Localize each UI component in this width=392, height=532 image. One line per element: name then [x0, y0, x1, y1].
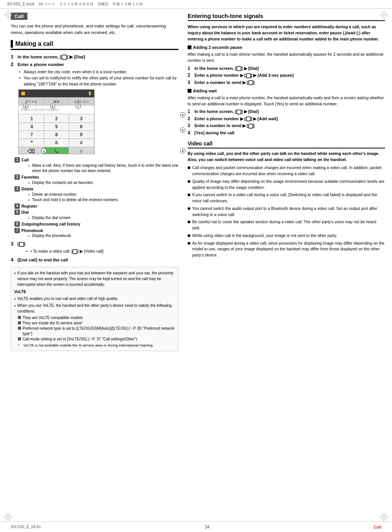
- legend-item-5: 5 Dial Display the dial screen.: [14, 210, 178, 221]
- r-step1-2sec-text: In the home screen, [] ▶ [Dial]: [194, 66, 259, 71]
- key-2: 2: [44, 115, 69, 123]
- step2-text: Enter a phone number: [18, 61, 64, 68]
- legend-desc-3a: Delete an entered number.: [28, 192, 119, 197]
- infobox-volte-b1: ● VoLTE enables you to use call and vide…: [14, 296, 175, 301]
- legend-item-3: 3 Delete Delete an entered number. Touch…: [14, 186, 178, 203]
- video-bullet-text-6: While using video call in the background…: [192, 233, 337, 239]
- tab-dial: ダイヤル: [19, 97, 44, 106]
- r-step3-wait-num: 3: [188, 123, 193, 128]
- legend-item-1: 1 Call Make a call. Also, if there are o…: [14, 157, 178, 174]
- legend-title-6: Outgoing/Incoming call history: [21, 221, 80, 227]
- legend-bullet-2: Display the contacts set as favorites.: [28, 180, 94, 185]
- rb-dot-6: [188, 234, 190, 237]
- cond-text-1: They are VoLTE compatible models: [22, 315, 83, 321]
- svg-rect-18: [237, 110, 241, 114]
- legend: 1 Call Make a call. Also, if there are o…: [14, 157, 178, 239]
- adding2sec-body: After making a call to a main phone numb…: [188, 52, 385, 64]
- phone-status-bar: 📶 🔋: [19, 90, 94, 97]
- bottom-left-text: SH-03G_E_04.fm: [11, 525, 41, 529]
- top-bar-text: SH-03G_E.book 34 ページ ２０１５年４月６日 月曜日 午前１０時…: [7, 2, 143, 7]
- step-1: 1 In the home screen, [] ▶ [Dial]: [11, 54, 178, 60]
- corner-tl: [4, 11, 12, 19]
- svg-rect-16: [246, 74, 251, 78]
- svg-rect-12: [62, 55, 66, 60]
- rb-dot-7: [188, 242, 190, 245]
- video-bullet-text-1: Call charges and packet communication ch…: [192, 165, 385, 177]
- svg-rect-14: [73, 250, 77, 254]
- legend-num-5: 5: [14, 210, 20, 215]
- status-right: 🔋: [88, 92, 92, 95]
- video-bullet-7: As for image displayed during a video ca…: [188, 240, 385, 258]
- action-video: ▷: [69, 147, 94, 154]
- making-call-title: Making a call: [15, 40, 53, 47]
- making-call-heading: Making a call: [11, 40, 178, 50]
- bar-icon: [11, 40, 13, 48]
- video-call-heading: Video call: [188, 140, 385, 148]
- step-2: 2 Enter a phone number: [11, 61, 178, 68]
- legend-desc-3b: Touch and hold it to delete all the ente…: [28, 197, 119, 203]
- keypad: 1 2 3 4 5 6 7 8 9 ＊ 0 #: [19, 115, 93, 146]
- video-bullet-text-5: Be careful not to cover the speaker sect…: [192, 219, 385, 231]
- phone-screen: 📶 🔋 ダイヤル 履歴 お気に入り Enter a phone number: [18, 89, 95, 154]
- adding2sec-heading: Adding 2 seconds pause: [188, 45, 385, 50]
- r-step-2-wait: 2 Enter a phone number ▶ [] ▶ [Add wait]: [188, 116, 385, 122]
- key-4: 4: [19, 123, 44, 131]
- step2-bullets: Always enter the city code, even when it…: [19, 69, 178, 87]
- step3-sub: • To make a video call: [] ▶ [Video call…: [19, 248, 178, 255]
- addingwait-body: After making a call to a main phone numb…: [188, 95, 385, 107]
- step3-video-sub: • To make a video call: [] ▶ [Video call…: [26, 248, 178, 255]
- volte-title: VoLTE: [14, 289, 175, 295]
- legend-desc-1: Make a call. Also, if there are outgoing…: [28, 163, 178, 174]
- legend-desc-5: Display the dial screen.: [28, 215, 71, 221]
- step-4: 4 [End call] to end the call: [11, 257, 178, 263]
- r-step-3-2sec: 3 Enter a number to send ▶ []: [188, 80, 385, 85]
- bullet-1: Always enter the city code, even when it…: [19, 69, 178, 75]
- infobox-volte-text1: VoLTE enables you to use call and video …: [17, 296, 118, 301]
- video-bullet-2: Quality of image may differ depending on…: [188, 179, 385, 191]
- video-bullet-3: If you cannot switch to a video call dur…: [188, 192, 385, 204]
- label-4-overlay: 4: [180, 148, 185, 153]
- label-2-overlay: 2: [180, 112, 185, 118]
- infobox-volte-text2: When you use VoLTE, the handset and the …: [17, 303, 175, 314]
- bullet-2: You can set to notify/not to notify the …: [19, 75, 178, 87]
- top-bar: SH-03G_E.book 34 ページ ２０１５年４月６日 月曜日 午前１０時…: [0, 0, 392, 9]
- legend-title-1: Call: [21, 157, 178, 163]
- video-bullet-text-2: Quality of image may differ depending on…: [192, 179, 385, 191]
- legend-title-2: Favorites: [21, 174, 94, 180]
- legend-desc-2: Display the contacts set as favorites.: [28, 180, 94, 185]
- cond-4: Call mode setting is set to [VoLTE/3G] (…: [18, 337, 175, 342]
- r-step1-wait-text: In the home screen, [] ▶ [Dial]: [194, 109, 259, 114]
- cond-text-3: Preferred network type is set to [LTE/3G…: [22, 326, 175, 337]
- key-0: 0: [44, 139, 69, 147]
- tab-history: 履歴: [44, 97, 69, 106]
- cond-2: They are inside the Xi service area*: [18, 321, 175, 326]
- r-step-3-wait: 3 Enter a number to send ▶ []: [188, 123, 385, 129]
- r-step3-wait-text: Enter a number to send ▶ []: [194, 123, 254, 129]
- phone-number-bar: Enter a phone number: [19, 106, 94, 114]
- video-call-intro: By using video call, you and the other p…: [188, 151, 385, 163]
- intro-text: You can use the phone and phonebook, and…: [11, 23, 178, 35]
- legend-num-2: 2: [14, 174, 20, 180]
- r-step2-2sec-text: Enter a phone number ▶ [] ▶ [Add 2-sec p…: [194, 73, 294, 78]
- legend-num-7: 7: [14, 228, 20, 233]
- key-7: 7: [19, 131, 44, 139]
- svg-rect-19: [246, 117, 251, 121]
- r-step3-2sec-text: Enter a number to send ▶ []: [194, 80, 254, 85]
- tab-favorites: お気に入り: [69, 97, 94, 106]
- r-step1-wait-num: 1: [188, 109, 193, 114]
- video-bullet-5: Be careful not to cover the speaker sect…: [188, 219, 385, 231]
- infobox-footnote: * VoLTE is not available outside the Xi …: [18, 343, 175, 348]
- key-6: 6: [69, 123, 93, 131]
- step1-text: In the home screen, [] ▶ [Dial]: [18, 54, 85, 60]
- sq-1: [18, 316, 21, 319]
- infobox-volte-b2: ● When you use VoLTE, the handset and th…: [14, 303, 175, 314]
- video-bullet-text-4: You cannot switch the audio output port …: [192, 206, 385, 218]
- legend-bullet-5: Display the dial screen.: [28, 215, 71, 221]
- r-step-1-wait: 1 In the home screen, [] ▶ [Dial]: [188, 109, 385, 114]
- bottom-bar: SH-03G_E_04.fm 34 Call: [0, 521, 392, 532]
- r-step3-2sec-num: 3: [188, 80, 193, 85]
- legend-title-3: Delete: [21, 186, 119, 192]
- sq-4: [18, 337, 21, 340]
- square-icon-1: [188, 45, 191, 49]
- svg-rect-13: [19, 242, 24, 247]
